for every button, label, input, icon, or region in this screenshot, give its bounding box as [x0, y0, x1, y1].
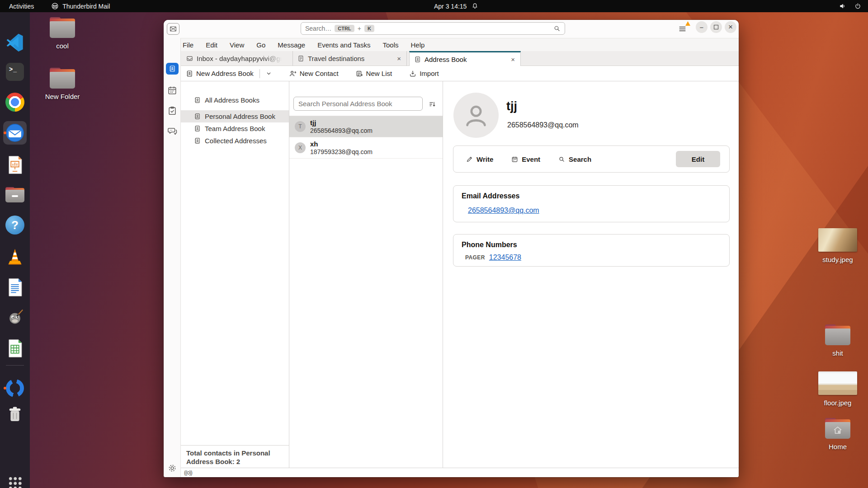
close-button[interactable]: ×	[725, 21, 736, 33]
tab-close-icon[interactable]: ×	[396, 55, 402, 62]
menu-edit[interactable]: Edit	[206, 41, 217, 49]
menu-tools[interactable]: Tools	[382, 41, 398, 49]
contact-row-tjj[interactable]: T tjj 2658564893@qq.com	[289, 116, 443, 137]
menu-view[interactable]: View	[230, 41, 244, 49]
new-address-book-button[interactable]: New Address Book	[183, 68, 256, 79]
avatar: T	[295, 121, 306, 132]
folder-icon	[50, 17, 75, 38]
sidebar-item-collected-addresses[interactable]: Collected Addresses	[181, 135, 289, 147]
dock-item-files[interactable]	[3, 183, 27, 206]
mail-space-button[interactable]	[167, 23, 179, 35]
sidebar-item-team-address-book[interactable]: Team Address Book	[181, 122, 289, 135]
space-chat-button[interactable]	[167, 126, 177, 136]
display-options-button[interactable]	[425, 98, 439, 110]
desktop-icon-label: study.jpeg	[822, 256, 853, 263]
dock-item-help[interactable]: ?	[3, 213, 27, 237]
dock-item-gimp[interactable]	[3, 305, 27, 329]
desktop-icon-new-folder[interactable]: New Folder	[40, 68, 85, 100]
contact-name: tjj	[310, 119, 373, 127]
show-apps-icon	[8, 476, 22, 488]
dock-item-thunderbird[interactable]	[3, 121, 27, 145]
button-label: Import	[420, 70, 439, 77]
menu-events-and-tasks[interactable]: Events and Tasks	[317, 41, 370, 49]
desktop-icon-floor-jpeg[interactable]: floor.jpeg	[815, 371, 860, 407]
desktop-icon-home[interactable]: Home	[815, 418, 860, 450]
tab-travel-destinations[interactable]: Travel destinations ×	[293, 51, 407, 66]
app-menu-button[interactable]	[675, 23, 689, 35]
dock: >_ ?	[0, 12, 30, 488]
dock-item-show-applications[interactable]	[3, 471, 27, 488]
kbd-ctrl: CTRL	[335, 25, 354, 32]
dock-item-trash[interactable]	[3, 403, 27, 426]
dock-item-libreoffice-impress[interactable]	[3, 153, 27, 177]
home-folder-icon	[825, 418, 850, 439]
sidebar-item-label: All Address Books	[205, 96, 259, 104]
clock[interactable]: Apr 3 14:15	[434, 2, 479, 10]
menu-help[interactable]: Help	[411, 41, 425, 49]
minimize-button[interactable]: −	[696, 21, 708, 33]
new-contact-button[interactable]: New Contact	[286, 68, 341, 79]
contact-row-xh[interactable]: X xh 1879593238@qq.com	[289, 137, 443, 159]
app-indicator[interactable]: Thunderbird Mail	[51, 2, 110, 10]
desktop-icon-shit[interactable]: shit	[815, 324, 860, 357]
gnome-topbar: Activities Thunderbird Mail Apr 3 14:15	[0, 0, 868, 12]
search-placeholder: Search…	[305, 25, 331, 32]
image-thumbnail	[818, 228, 857, 252]
tab-address-book[interactable]: Address Book ×	[409, 51, 521, 66]
dock-item-vscode[interactable]	[3, 30, 27, 54]
search-button[interactable]: Search	[558, 155, 591, 163]
contact-list: T tjj 2658564893@qq.com X xh 1879593238@…	[289, 116, 443, 159]
chevron-down-icon	[266, 70, 272, 76]
dock-item-libreoffice-writer[interactable]	[3, 276, 27, 299]
tab-close-icon[interactable]: ×	[510, 56, 516, 63]
tab-inbox[interactable]: Inbox - daydayhappyvivi@gmail	[182, 51, 293, 66]
power-icon[interactable]	[854, 2, 862, 10]
menu-file[interactable]: File	[183, 41, 193, 49]
activities-button[interactable]: Activities	[9, 3, 34, 10]
dock-item-vlc[interactable]	[3, 245, 27, 269]
button-label: New Address Book	[196, 70, 254, 77]
search-icon	[553, 25, 561, 32]
email-link[interactable]: 2658564893@qq.com	[468, 206, 539, 215]
vlc-icon	[5, 247, 25, 267]
contact-search-input[interactable]	[293, 97, 423, 111]
new-address-book-dropdown[interactable]	[263, 69, 274, 78]
import-button[interactable]: Import	[406, 68, 442, 79]
dock-item-software-updater[interactable]	[3, 376, 27, 400]
dock-item-chrome[interactable]	[3, 90, 27, 114]
phone-link[interactable]: 12345678	[489, 253, 521, 262]
mail-tab-icon	[186, 55, 193, 62]
space-calendar-button[interactable]	[167, 85, 177, 95]
global-search-bar[interactable]: Search… CTRL + K	[301, 22, 565, 35]
dock-item-terminal[interactable]: >_	[3, 60, 27, 84]
contact-email: 1879593238@qq.com	[310, 148, 373, 156]
phone-type-label: PAGER	[465, 254, 485, 261]
button-label: New List	[366, 70, 392, 77]
alert-badge	[685, 21, 690, 26]
contact-actions-bar: Write Event Search Edit	[453, 145, 730, 173]
sidebar-item-all-address-books[interactable]: All Address Books	[181, 94, 289, 106]
desktop-icon-cool[interactable]: cool	[40, 17, 85, 50]
sidebar-item-personal-address-book[interactable]: Personal Address Book	[181, 110, 289, 122]
settings-gear-button[interactable]	[167, 463, 177, 473]
menu-message[interactable]: Message	[278, 41, 305, 49]
new-list-button[interactable]: New List	[353, 68, 395, 79]
split-separator	[259, 69, 260, 78]
maximize-button[interactable]	[710, 21, 722, 33]
window-status-bar: ((o))	[181, 468, 739, 477]
dock-item-libreoffice-calc[interactable]	[3, 337, 27, 360]
volume-icon[interactable]	[839, 2, 847, 10]
menu-go[interactable]: Go	[256, 41, 265, 49]
address-book-toolbar: New Address Book New Contact New List Im…	[164, 66, 739, 81]
space-address-book-button[interactable]	[166, 63, 179, 75]
button-label: Write	[476, 155, 493, 163]
menu-bar: File Edit View Go Message Events and Tas…	[164, 38, 739, 51]
contact-email: 2658564893@qq.com	[310, 127, 373, 135]
space-tasks-button[interactable]	[167, 106, 177, 116]
write-button[interactable]: Write	[466, 155, 493, 163]
trash-icon	[5, 405, 24, 424]
desktop-icon-study-jpeg[interactable]: study.jpeg	[815, 228, 860, 263]
event-button[interactable]: Event	[511, 155, 540, 163]
edit-button[interactable]: Edit	[676, 151, 720, 167]
address-book-icon	[186, 70, 193, 77]
